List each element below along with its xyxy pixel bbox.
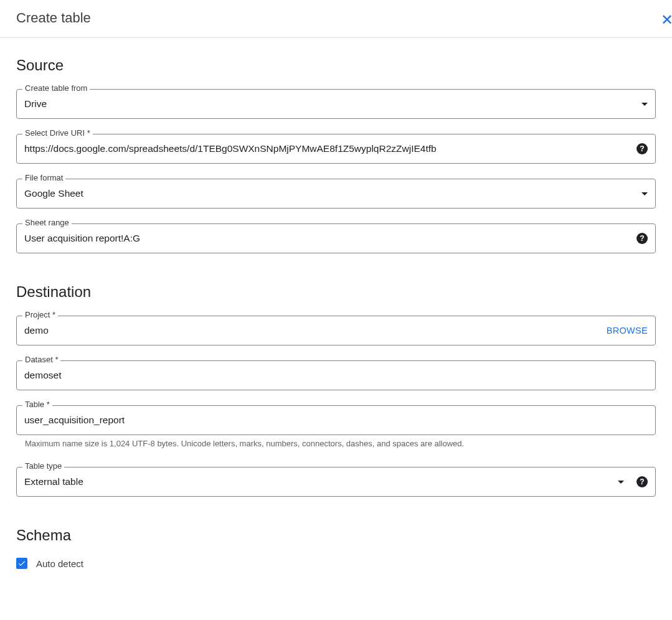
close-icon[interactable]: ✕ [661, 11, 672, 29]
help-icon[interactable]: ? [637, 233, 648, 244]
dataset-input[interactable] [24, 370, 648, 381]
browse-button[interactable]: BROWSE [607, 326, 648, 336]
schema-section-title: Schema [16, 527, 656, 544]
create-table-from-field: Create table from Drive [16, 89, 656, 119]
table-helper-text: Maximum name size is 1,024 UTF-8 bytes. … [25, 439, 656, 448]
sheet-range-field: Sheet range ? [16, 223, 656, 253]
source-section-title: Source [16, 57, 656, 74]
help-icon[interactable]: ? [637, 476, 648, 487]
table-field: Table * Maximum name size is 1,024 UTF-8… [16, 405, 656, 448]
dataset-input-box [16, 360, 656, 390]
project-field: Project * BROWSE [16, 316, 656, 345]
create-table-from-select[interactable]: Drive [16, 89, 656, 119]
table-input-box [16, 405, 656, 435]
file-format-label: File format [22, 173, 65, 182]
project-label: Project * [22, 310, 58, 319]
destination-section-title: Destination [16, 283, 656, 301]
table-input[interactable] [24, 415, 648, 426]
file-format-field: File format Google Sheet [16, 179, 656, 209]
dataset-label: Dataset * [22, 355, 60, 364]
table-label: Table * [22, 400, 52, 409]
auto-detect-checkbox[interactable] [16, 558, 27, 569]
file-format-value: Google Sheet [24, 188, 637, 199]
table-type-value: External table [24, 476, 613, 487]
drive-uri-field: Select Drive URI * ? [16, 134, 656, 164]
sheet-range-input-box: ? [16, 223, 656, 253]
sheet-range-label: Sheet range [22, 218, 72, 227]
chevron-down-icon [641, 192, 648, 195]
file-format-select[interactable]: Google Sheet [16, 179, 656, 209]
table-type-label: Table type [22, 461, 64, 471]
table-type-select[interactable]: External table ? [16, 467, 656, 497]
table-type-field: Table type External table ? [16, 467, 656, 497]
dataset-field: Dataset * [16, 360, 656, 390]
help-icon[interactable]: ? [637, 143, 648, 154]
drive-uri-label: Select Drive URI * [22, 128, 93, 138]
dialog-title: Create table [16, 10, 91, 26]
auto-detect-label: Auto detect [36, 558, 83, 569]
create-table-from-value: Drive [24, 98, 637, 110]
checkmark-icon [17, 559, 26, 568]
project-input-box: BROWSE [16, 316, 656, 345]
create-table-from-label: Create table from [22, 83, 90, 93]
auto-detect-row: Auto detect [16, 558, 656, 569]
chevron-down-icon [641, 103, 648, 106]
dialog-header: Create table [0, 0, 672, 38]
drive-uri-input[interactable] [24, 143, 632, 154]
chevron-down-icon [618, 481, 624, 484]
drive-uri-input-box: ? [16, 134, 656, 164]
sheet-range-input[interactable] [24, 233, 632, 244]
project-input[interactable] [24, 325, 602, 336]
dialog-content: Source Create table from Drive Select Dr… [0, 57, 672, 569]
